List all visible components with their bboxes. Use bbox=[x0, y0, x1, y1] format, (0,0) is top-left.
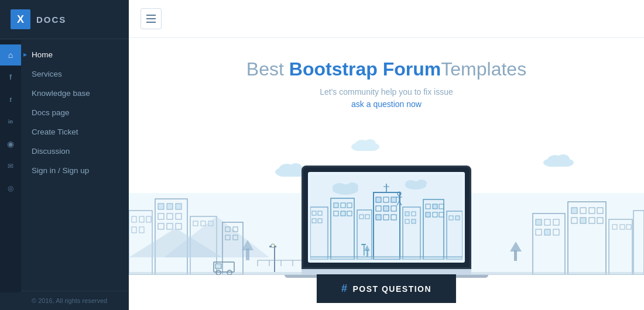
cloud-center-left bbox=[351, 136, 379, 153]
logo-text: DOCS bbox=[36, 15, 66, 25]
svg-rect-137 bbox=[361, 244, 366, 245]
svg-rect-97 bbox=[341, 211, 345, 216]
sidebar-item-docs-page[interactable]: Docs page bbox=[21, 103, 129, 122]
sidebar-item-signin[interactable]: Sign in / Sign up bbox=[21, 161, 129, 180]
svg-rect-52 bbox=[580, 218, 586, 223]
svg-rect-63 bbox=[215, 264, 221, 268]
post-button-label: POST QUESTION bbox=[352, 284, 431, 294]
svg-rect-47 bbox=[571, 208, 577, 213]
menu-button[interactable] bbox=[141, 8, 162, 29]
svg-point-68 bbox=[271, 244, 275, 247]
logo-letter: X bbox=[17, 13, 24, 26]
post-button-wrapper: # POST QUESTION bbox=[317, 274, 456, 303]
rss-icon[interactable]: ◎ bbox=[0, 178, 21, 199]
svg-rect-103 bbox=[376, 197, 381, 202]
svg-rect-109 bbox=[376, 215, 381, 220]
svg-point-2 bbox=[289, 163, 303, 174]
svg-rect-126 bbox=[433, 204, 437, 209]
laptop-screen-inner bbox=[308, 172, 465, 263]
svg-rect-93 bbox=[334, 203, 338, 208]
hero-section: Best Bootstrap ForumTemplates Let's comm… bbox=[129, 38, 644, 118]
svg-rect-105 bbox=[391, 197, 396, 202]
svg-point-85 bbox=[405, 180, 417, 188]
hero-title: Best Bootstrap ForumTemplates bbox=[141, 58, 632, 80]
post-question-button[interactable]: # POST QUESTION bbox=[317, 274, 456, 303]
linkedin-icon[interactable]: in bbox=[0, 111, 21, 132]
svg-rect-78 bbox=[514, 250, 517, 261]
hero-subtitle: Let's community help you to fix issue bbox=[141, 87, 632, 97]
svg-rect-136 bbox=[364, 244, 365, 256]
home-icon[interactable]: ⌂ bbox=[0, 44, 21, 66]
svg-rect-133 bbox=[455, 216, 460, 220]
hero-link[interactable]: ask a question now bbox=[351, 99, 422, 109]
svg-rect-135 bbox=[310, 257, 463, 260]
menu-line-1 bbox=[146, 15, 156, 16]
svg-point-8 bbox=[557, 154, 570, 164]
cloud-right bbox=[543, 150, 574, 169]
laptop-mockup bbox=[302, 166, 471, 278]
svg-rect-44 bbox=[544, 229, 550, 235]
svg-rect-18 bbox=[167, 204, 173, 209]
logo-box: X bbox=[11, 9, 30, 29]
menu-line-2 bbox=[146, 18, 156, 19]
svg-rect-40 bbox=[536, 219, 542, 225]
svg-point-83 bbox=[347, 182, 358, 191]
sidebar: X DOCS ⌂ f t in ◉ ✉ ◎ Home Services Know… bbox=[0, 0, 129, 310]
facebook-icon[interactable]: f bbox=[0, 67, 21, 88]
svg-rect-19 bbox=[176, 204, 181, 209]
laptop-screen bbox=[302, 166, 471, 269]
hash-icon: # bbox=[341, 283, 348, 295]
svg-point-5 bbox=[364, 139, 376, 149]
topbar bbox=[129, 0, 644, 38]
sidebar-footer: © 2016, All rights reserved bbox=[0, 291, 129, 310]
svg-rect-128 bbox=[426, 212, 430, 217]
sidebar-item-knowledge-base[interactable]: Knowledge base bbox=[21, 84, 129, 103]
twitter-icon[interactable]: t bbox=[0, 89, 21, 110]
mail-icon[interactable]: ✉ bbox=[0, 156, 21, 177]
github-icon[interactable]: ◉ bbox=[0, 133, 21, 154]
laptop bbox=[302, 166, 471, 278]
social-strip: ⌂ f t in ◉ ✉ ◎ bbox=[0, 40, 21, 292]
sidebar-header: X DOCS bbox=[0, 0, 129, 39]
main-content: Best Bootstrap ForumTemplates Let's comm… bbox=[129, 0, 644, 310]
sidebar-item-discussion[interactable]: Discussion bbox=[21, 142, 129, 161]
sidebar-item-home[interactable]: Home bbox=[21, 45, 129, 64]
laptop-screen-illustration bbox=[310, 175, 463, 260]
menu-line-3 bbox=[146, 22, 156, 23]
svg-rect-107 bbox=[383, 206, 389, 211]
svg-rect-17 bbox=[158, 204, 164, 209]
illustration-area: # POST QUESTION bbox=[129, 118, 644, 310]
sidebar-item-create-ticket[interactable]: Create Ticket bbox=[21, 122, 129, 142]
svg-rect-120 bbox=[405, 212, 409, 216]
svg-point-82 bbox=[333, 183, 347, 192]
sidebar-item-services[interactable]: Services bbox=[21, 64, 129, 84]
svg-rect-66 bbox=[274, 246, 275, 272]
svg-point-86 bbox=[416, 180, 427, 187]
svg-rect-123 bbox=[412, 219, 416, 223]
